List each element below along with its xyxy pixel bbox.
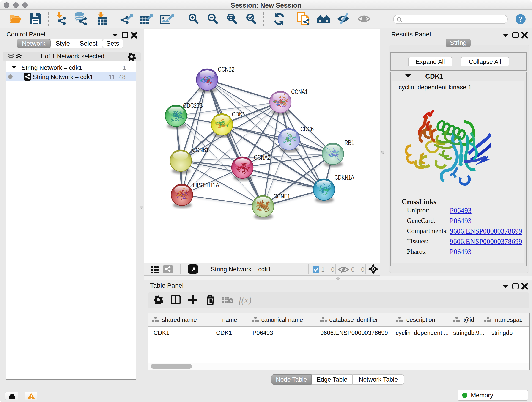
svg-text:HIST1H1A: HIST1H1A <box>193 182 220 189</box>
svg-text:CDK1: CDK1 <box>232 110 245 118</box>
svg-text:CDKN1A: CDKN1A <box>335 174 354 181</box>
svg-text:CCNE1: CCNE1 <box>273 192 290 200</box>
svg-text:CCNA2: CCNA2 <box>254 153 270 161</box>
svg-text:CDC6: CDC6 <box>300 125 314 133</box>
svg-text:CCNA1: CCNA1 <box>291 88 308 95</box>
svg-text:CDC25B: CDC25B <box>183 102 203 109</box>
svg-text:CCNB2: CCNB2 <box>218 65 234 73</box>
svg-text:CCNB1: CCNB1 <box>192 146 209 153</box>
svg-text:RB1: RB1 <box>344 139 354 147</box>
